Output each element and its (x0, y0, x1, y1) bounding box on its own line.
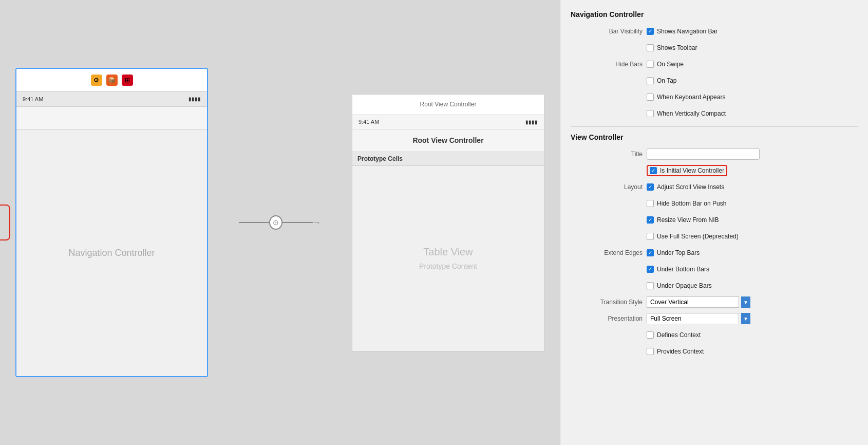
root-status-bar: 9:41 AM ▮▮▮▮ (352, 115, 544, 129)
nav-controller-body-label: Navigation Controller (68, 248, 155, 258)
when-keyboard-label: When Keyboard Appears (657, 94, 725, 101)
transition-style-arrow[interactable]: ▼ (741, 296, 750, 308)
presentation-select-wrapper[interactable]: Full Screen ▼ (647, 313, 750, 324)
root-vc-device[interactable]: Root View Controller 9:41 AM ▮▮▮▮ Root V… (352, 94, 544, 351)
shows-toolbar-row: Shows Toolbar (571, 41, 858, 54)
on-swipe-row: Hide Bars On Swipe (571, 58, 858, 71)
defines-context-item[interactable]: Defines Context (647, 331, 701, 339)
hide-bottom-bar-checkbox[interactable] (647, 200, 654, 207)
presentation-arrow[interactable]: ▼ (741, 313, 750, 324)
on-tap-item[interactable]: On Tap (647, 77, 676, 84)
resize-from-nib-checkbox[interactable] (647, 216, 654, 224)
title-input[interactable] (647, 149, 760, 160)
provides-context-label: Provides Context (657, 348, 704, 355)
presentation-row: Presentation Full Screen ▼ (571, 312, 858, 325)
resize-from-nib-label: Resize View From NIB (657, 216, 719, 224)
under-bottom-bars-item[interactable]: Under Bottom Bars (647, 266, 709, 273)
bar-visibility-label: Bar Visibility (571, 28, 643, 35)
adjust-scroll-row: Layout Adjust Scroll View Insets (571, 180, 858, 194)
presentation-value[interactable]: Full Screen (647, 313, 739, 324)
device-toolbar: ⚙ 📦 ⊞ (16, 69, 207, 91)
provides-context-row: Provides Context (571, 345, 858, 358)
transition-style-value[interactable]: Cover Vertical (647, 296, 739, 308)
shows-nav-bar-label: Shows Navigation Bar (657, 28, 718, 35)
bar-visibility-row: Bar Visibility Shows Navigation Bar (571, 25, 858, 38)
use-full-screen-item[interactable]: Use Full Screen (Deprecated) (647, 233, 739, 240)
nav-bar (16, 107, 207, 129)
nav-body: Navigation Controller (16, 129, 207, 376)
initial-vc-indicator: → (0, 205, 10, 240)
adjust-scroll-item[interactable]: Adjust Scroll View Insets (647, 183, 724, 191)
connector-line-left (239, 222, 269, 223)
table-view-sublabel: Prototype Content (419, 262, 477, 270)
transition-style-label: Transition Style (571, 299, 643, 306)
nav-status-bar: 9:41 AM ▮▮▮▮ (16, 91, 207, 107)
shows-nav-bar-checkbox[interactable] (647, 28, 654, 35)
use-full-screen-checkbox[interactable] (647, 233, 654, 240)
nav-controller-frame[interactable]: ⚙ 📦 ⊞ 9:41 AM ▮▮▮▮ Navigation Controller (15, 68, 208, 377)
use-full-screen-label: Use Full Screen (Deprecated) (657, 233, 739, 240)
under-top-bars-label: Under Top Bars (657, 249, 700, 256)
battery-icon: ▮▮▮▮ (188, 96, 201, 102)
use-full-screen-row: Use Full Screen (Deprecated) (571, 230, 858, 243)
table-view-label: Table View (423, 246, 473, 258)
on-tap-checkbox[interactable] (647, 77, 654, 84)
is-initial-vc-highlighted: Is Initial View Controller (647, 165, 727, 176)
on-tap-row: On Tap (571, 74, 858, 87)
prototype-cells-header: Prototype Cells (352, 152, 544, 166)
under-opaque-bars-checkbox[interactable] (647, 282, 654, 289)
when-vertically-compact-item[interactable]: When Vertically Compact (647, 110, 726, 117)
toolbar-icon-package: 📦 (106, 75, 118, 86)
under-top-bars-checkbox[interactable] (647, 249, 654, 256)
view-controller-section-title: View Controller (571, 133, 858, 141)
when-keyboard-row: When Keyboard Appears (571, 90, 858, 104)
is-initial-vc-checkbox[interactable] (650, 167, 657, 174)
adjust-scroll-label: Adjust Scroll View Insets (657, 183, 724, 191)
on-swipe-checkbox[interactable] (647, 61, 654, 68)
adjust-scroll-checkbox[interactable] (647, 183, 654, 191)
resize-from-nib-item[interactable]: Resize View From NIB (647, 216, 719, 224)
title-label: Title (571, 151, 643, 158)
when-vertically-compact-label: When Vertically Compact (657, 110, 726, 117)
under-top-bars-item[interactable]: Under Top Bars (647, 249, 700, 256)
title-row: Title (571, 147, 858, 161)
nav-controller-section-title: Navigation Controller (571, 10, 858, 18)
segue-connector: ⊙ → (239, 215, 321, 230)
shows-toolbar-checkbox[interactable] (647, 44, 654, 51)
on-swipe-label: On Swipe (657, 61, 684, 68)
hide-bottom-bar-row: Hide Bottom Bar on Push (571, 197, 858, 210)
root-vc-title-bar: Root View Controller (352, 95, 544, 115)
hide-bottom-bar-item[interactable]: Hide Bottom Bar on Push (647, 200, 726, 207)
transition-style-row: Transition Style Cover Vertical ▼ (571, 295, 858, 309)
right-panel: Navigation Controller Bar Visibility Sho… (560, 0, 868, 445)
when-keyboard-item[interactable]: When Keyboard Appears (647, 94, 725, 101)
provides-context-item[interactable]: Provides Context (647, 348, 704, 355)
shows-toolbar-label: Shows Toolbar (657, 44, 697, 51)
provides-context-checkbox[interactable] (647, 348, 654, 355)
on-tap-label: On Tap (657, 77, 676, 84)
when-vertically-compact-checkbox[interactable] (647, 110, 654, 117)
under-opaque-bars-item[interactable]: Under Opaque Bars (647, 282, 712, 289)
on-swipe-item[interactable]: On Swipe (647, 61, 684, 68)
hide-bottom-bar-label: Hide Bottom Bar on Push (657, 200, 726, 207)
canvas-area: → ⚙ 📦 ⊞ 9:41 AM ▮▮▮▮ (0, 0, 560, 445)
prototype-cells-label: Prototype Cells (357, 155, 403, 162)
under-opaque-bars-label: Under Opaque Bars (657, 282, 712, 289)
is-initial-vc-row: Is Initial View Controller (571, 164, 858, 177)
hide-bars-label: Hide Bars (571, 61, 643, 68)
under-bottom-bars-checkbox[interactable] (647, 266, 654, 273)
shows-toolbar-item[interactable]: Shows Toolbar (647, 44, 697, 51)
root-nav-title: Root View Controller (412, 136, 483, 144)
shows-nav-bar-item[interactable]: Shows Navigation Bar (647, 28, 718, 35)
under-bottom-bars-row: Under Bottom Bars (571, 263, 858, 276)
connector-arrow: → (312, 217, 321, 228)
when-keyboard-checkbox[interactable] (647, 94, 654, 101)
defines-context-checkbox[interactable] (647, 331, 654, 339)
when-vertically-compact-row: When Vertically Compact (571, 107, 858, 120)
nav-controller-device: → ⚙ 📦 ⊞ 9:41 AM ▮▮▮▮ (15, 68, 208, 377)
root-time: 9:41 AM (358, 119, 379, 125)
table-view-area: Table View Prototype Content (352, 166, 544, 351)
transition-style-select-wrapper[interactable]: Cover Vertical ▼ (647, 296, 750, 308)
resize-from-nib-row: Resize View From NIB (571, 213, 858, 227)
is-initial-vc-label: Is Initial View Controller (660, 167, 724, 174)
